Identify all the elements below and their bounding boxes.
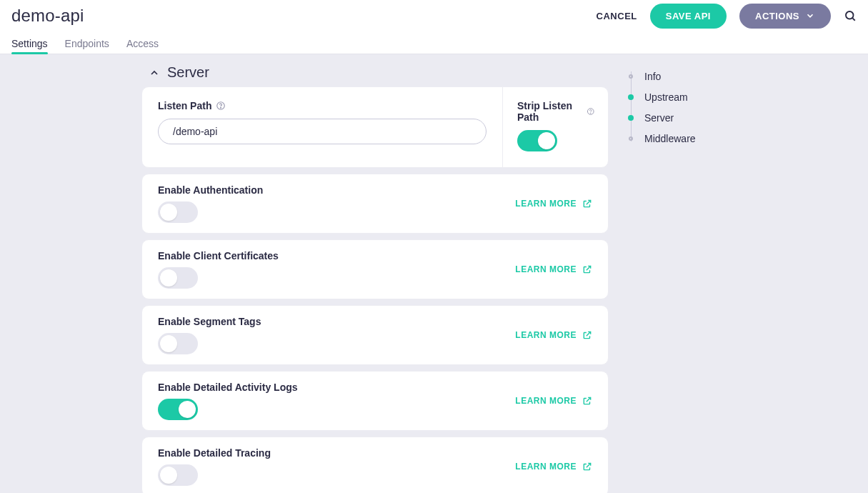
external-link-icon — [582, 330, 592, 340]
learn-more-label: LEARN MORE — [515, 396, 577, 406]
learn-more-link[interactable]: LEARN MORE — [515, 462, 592, 472]
setting-row: Enable Detailed Activity Logs LEARN MORE — [141, 371, 609, 431]
side-nav-label: Upstream — [644, 91, 688, 103]
main: Server Listen Path Strip Listen Path — [0, 54, 868, 493]
chevron-down-icon — [805, 11, 815, 21]
setting-row-title: Enable Segment Tags — [158, 316, 261, 327]
save-api-label: SAVE API — [666, 11, 711, 21]
setting-toggle[interactable] — [158, 399, 198, 420]
external-link-icon — [582, 264, 592, 274]
side-nav-item[interactable]: Middleware — [626, 128, 726, 149]
external-link-icon — [582, 396, 592, 406]
tabs-bar: Settings Endpoints Access — [0, 31, 868, 54]
svg-point-0 — [846, 11, 854, 19]
side-nav-item[interactable]: Server — [626, 107, 726, 128]
help-icon[interactable] — [216, 101, 226, 111]
setting-row-title: Enable Detailed Activity Logs — [158, 382, 298, 393]
learn-more-label: LEARN MORE — [515, 264, 577, 274]
learn-more-link[interactable]: LEARN MORE — [515, 199, 592, 209]
learn-more-link[interactable]: LEARN MORE — [515, 330, 592, 340]
setting-row-title: Enable Detailed Tracing — [158, 447, 271, 459]
side-nav-label: Server — [644, 112, 674, 124]
strip-listen-path-label: Strip Listen Path — [517, 100, 582, 123]
section-title: Server — [167, 64, 209, 81]
setting-toggle[interactable] — [158, 201, 198, 223]
learn-more-label: LEARN MORE — [515, 330, 577, 340]
content: Server Listen Path Strip Listen Path — [141, 64, 609, 493]
cancel-button[interactable]: CANCEL — [597, 11, 637, 21]
setting-row: Enable Authentication LEARN MORE — [141, 174, 609, 234]
side-nav-dot — [628, 94, 634, 100]
chevron-up-icon[interactable] — [149, 67, 160, 79]
side-nav: Info Upstream Server Middleware — [626, 64, 726, 149]
settings-rows: Enable Authentication LEARN MORE Enable … — [141, 174, 609, 493]
setting-row-title: Enable Client Certificates — [158, 250, 279, 262]
section-header: Server — [141, 64, 609, 86]
tab-settings[interactable]: Settings — [11, 38, 48, 54]
setting-toggle[interactable] — [158, 464, 198, 486]
side-nav-label: Middleware — [644, 133, 696, 144]
setting-row-title: Enable Authentication — [158, 184, 263, 196]
learn-more-label: LEARN MORE — [515, 199, 577, 209]
learn-more-label: LEARN MORE — [515, 462, 577, 472]
learn-more-link[interactable]: LEARN MORE — [515, 396, 592, 406]
svg-line-1 — [852, 18, 854, 20]
setting-row: Enable Segment Tags LEARN MORE — [141, 305, 609, 365]
listen-path-input[interactable] — [158, 119, 487, 144]
setting-toggle[interactable] — [158, 267, 198, 289]
side-nav-label: Info — [644, 71, 661, 82]
strip-listen-path-label-row: Strip Listen Path — [517, 100, 595, 123]
server-path-card: Listen Path Strip Listen Path — [141, 86, 609, 168]
svg-point-5 — [591, 113, 592, 114]
save-api-button[interactable]: SAVE API — [650, 4, 727, 29]
setting-row: Enable Detailed Tracing LEARN MORE — [141, 437, 609, 493]
side-nav-dot — [629, 136, 633, 141]
external-link-icon — [582, 199, 592, 209]
side-nav-item[interactable]: Upstream — [626, 86, 726, 107]
tab-access[interactable]: Access — [126, 38, 159, 54]
search-icon[interactable] — [844, 9, 857, 22]
side-nav-dot — [629, 74, 633, 79]
side-nav-item[interactable]: Info — [626, 66, 726, 86]
actions-button[interactable]: ACTIONS — [739, 4, 831, 29]
learn-more-link[interactable]: LEARN MORE — [515, 264, 592, 274]
setting-row: Enable Client Certificates LEARN MORE — [141, 239, 609, 299]
actions-label: ACTIONS — [755, 11, 799, 21]
page-title: demo-api — [11, 6, 84, 26]
tab-endpoints[interactable]: Endpoints — [65, 38, 109, 54]
setting-toggle[interactable] — [158, 333, 198, 354]
side-nav-dot — [628, 115, 634, 121]
external-link-icon — [582, 462, 592, 472]
header: demo-api CANCEL SAVE API ACTIONS — [0, 0, 868, 31]
listen-path-label-row: Listen Path — [158, 100, 487, 111]
strip-listen-path-toggle[interactable] — [517, 130, 557, 151]
help-icon[interactable] — [587, 106, 595, 116]
svg-point-3 — [221, 107, 221, 108]
listen-path-label: Listen Path — [158, 100, 211, 111]
